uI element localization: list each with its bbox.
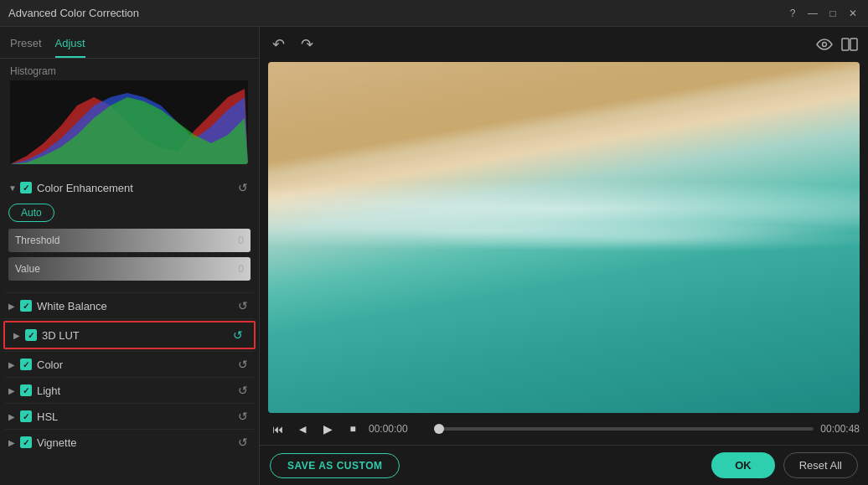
maximize-button[interactable]: □ [826, 7, 840, 20]
save-as-custom-button[interactable]: SAVE AS CUSTOM [270, 453, 400, 478]
checkbox-white-balance[interactable] [20, 300, 32, 312]
video-preview [268, 62, 860, 413]
section-label-light: Light [37, 384, 235, 397]
value-slider[interactable]: Value 0 [8, 257, 251, 281]
section-label-white-balance: White Balance [37, 300, 235, 312]
section-light: ▶ Light ↺ [0, 378, 259, 403]
tab-preset[interactable]: Preset [10, 34, 42, 58]
reset-vignette-button[interactable]: ↺ [235, 435, 251, 450]
checkbox-vignette[interactable] [20, 436, 32, 448]
window-title: Advanced Color Correction [8, 7, 139, 19]
auto-button[interactable]: Auto [8, 204, 54, 222]
color-enhancement-body: Auto Threshold 0 Value 0 [0, 200, 259, 292]
reset-light-button[interactable]: ↺ [235, 383, 251, 398]
play-button[interactable]: ▶ [318, 420, 337, 438]
reset-3d-lut-button[interactable]: ↺ [230, 328, 245, 343]
value-slider-row: Value 0 [8, 257, 251, 281]
section-label-color: Color [37, 359, 235, 371]
video-content [268, 62, 860, 413]
chevron-icon: ▶ [8, 302, 17, 311]
chevron-icon: ▶ [8, 360, 17, 369]
svg-rect-2 [850, 39, 857, 50]
section-header-color-enhancement[interactable]: ▼ Color Enhancement ↺ [0, 175, 259, 200]
section-header-3d-lut[interactable]: ▶ 3D LUT ↺ [5, 322, 254, 348]
progress-thumb[interactable] [434, 424, 444, 434]
checkbox-hsl[interactable] [20, 410, 32, 422]
section-color-enhancement: ▼ Color Enhancement ↺ Auto Threshold 0 [0, 175, 259, 292]
section-label-color-enhancement: Color Enhancement [37, 182, 235, 194]
threshold-value: 0 [238, 235, 244, 246]
undo-button[interactable]: ↶ [268, 34, 288, 54]
right-toolbar: ↶ ↷ [260, 27, 868, 62]
section-color: ▶ Color ↺ [0, 352, 259, 377]
chevron-icon: ▶ [8, 438, 17, 447]
section-header-white-balance[interactable]: ▶ White Balance ↺ [0, 293, 259, 318]
histogram-section: Histogram [0, 59, 259, 172]
right-panel: ↶ ↷ [260, 27, 868, 485]
bottom-right-buttons: OK Reset All [711, 452, 858, 478]
tab-adjust[interactable]: Adjust [55, 34, 85, 58]
threshold-label: Threshold [15, 235, 59, 246]
section-header-color[interactable]: ▶ Color ↺ [0, 352, 259, 377]
value-value: 0 [238, 263, 244, 275]
section-header-vignette[interactable]: ▶ Vignette ↺ [0, 430, 259, 455]
reset-all-button[interactable]: Reset All [783, 452, 858, 478]
section-label-3d-lut: 3D LUT [42, 329, 230, 342]
section-hsl: ▶ HSL ↺ [0, 404, 259, 429]
tabs: Preset Adjust [0, 27, 259, 59]
toolbar-right-buttons [814, 34, 860, 54]
checkbox-color-enhancement[interactable] [20, 182, 32, 193]
playback-bar: ⏮ ◀ ▶ ■ 00:00:00 00:00:48 [260, 413, 868, 445]
time-end: 00:00:48 [820, 423, 860, 435]
section-list: ▼ Color Enhancement ↺ Auto Threshold 0 [0, 172, 259, 485]
close-button[interactable]: ✕ [846, 7, 860, 20]
minimize-button[interactable]: — [806, 7, 819, 20]
chevron-icon: ▼ [8, 183, 17, 193]
ok-button[interactable]: OK [711, 452, 775, 478]
stop-button[interactable]: ■ [344, 420, 362, 438]
bottom-bar: SAVE AS CUSTOM OK Reset All [260, 445, 868, 485]
section-label-vignette: Vignette [37, 436, 235, 449]
reset-hsl-button[interactable]: ↺ [235, 409, 251, 424]
checkbox-light[interactable] [20, 384, 32, 396]
chevron-icon: ▶ [8, 412, 17, 421]
threshold-slider-row: Threshold 0 [8, 229, 251, 252]
section-header-light[interactable]: ▶ Light ↺ [0, 378, 259, 403]
chevron-icon: ▶ [13, 331, 22, 340]
section-label-hsl: HSL [37, 410, 235, 423]
histogram-canvas [10, 80, 248, 164]
checkbox-color[interactable] [20, 359, 32, 370]
value-label: Value [15, 263, 40, 275]
reset-color-enhancement-button[interactable]: ↺ [235, 180, 251, 195]
preview-eye-button[interactable] [814, 34, 834, 54]
time-current: 00:00:00 [369, 423, 427, 435]
window-controls: ? — □ ✕ [786, 7, 860, 20]
section-white-balance: ▶ White Balance ↺ [0, 293, 259, 318]
compare-button[interactable] [840, 34, 860, 54]
help-button[interactable]: ? [786, 7, 799, 20]
left-panel: Preset Adjust Histogram ▼ Color Enhancem… [0, 27, 260, 485]
chevron-icon: ▶ [8, 386, 17, 395]
section-3d-lut: ▶ 3D LUT ↺ [3, 321, 256, 349]
step-back-button[interactable]: ⏮ [268, 420, 287, 438]
section-vignette: ▶ Vignette ↺ [0, 430, 259, 455]
checkbox-3d-lut[interactable] [25, 329, 37, 341]
reset-white-balance-button[interactable]: ↺ [235, 298, 251, 313]
redo-button[interactable]: ↷ [297, 34, 317, 54]
section-header-hsl[interactable]: ▶ HSL ↺ [0, 404, 259, 429]
titlebar: Advanced Color Correction ? — □ ✕ [0, 0, 868, 27]
threshold-slider[interactable]: Threshold 0 [8, 229, 251, 252]
main-layout: Preset Adjust Histogram ▼ Color Enhancem… [0, 27, 868, 485]
svg-rect-1 [842, 39, 849, 50]
prev-frame-button[interactable]: ◀ [293, 420, 312, 438]
histogram-label: Histogram [10, 65, 249, 77]
progress-track[interactable] [434, 427, 814, 431]
reset-color-button[interactable]: ↺ [235, 357, 251, 372]
svg-point-0 [823, 43, 827, 47]
